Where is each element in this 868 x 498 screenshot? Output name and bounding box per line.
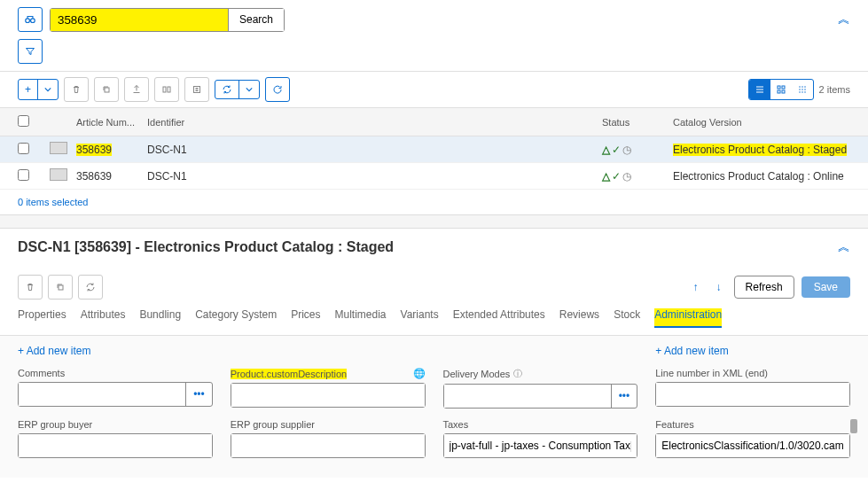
svg-point-16: [799, 91, 801, 93]
article-number: 358639: [76, 170, 147, 183]
delete-icon[interactable]: [64, 77, 89, 102]
status-clock-icon: ◷: [622, 170, 631, 183]
results-table: Article Num... Identifier Status Catalog…: [0, 108, 868, 190]
tab-properties[interactable]: Properties: [18, 308, 66, 328]
features-label: Features: [655, 419, 850, 430]
comments-label: Comments: [18, 368, 213, 378]
col-catalog-header: Catalog Version: [673, 117, 850, 128]
search-box: Search: [50, 8, 285, 32]
custom-desc-label: Product.customDescription: [231, 369, 347, 379]
refresh-button[interactable]: Refresh: [734, 276, 794, 299]
form-panel: + Add new item + Add new item Comments •…: [0, 336, 868, 478]
status-triangle-icon: △: [602, 144, 610, 156]
search-input[interactable]: [51, 9, 228, 31]
taxes-input[interactable]: [444, 434, 637, 457]
add-new-item-link[interactable]: + Add new item: [18, 345, 90, 357]
status-check-icon: ✓: [612, 170, 621, 183]
svg-rect-19: [59, 285, 63, 290]
export-icon[interactable]: [124, 77, 149, 102]
scrollbar-thumb[interactable]: [850, 419, 857, 433]
list-view-icon[interactable]: [749, 80, 770, 99]
row-checkbox[interactable]: [18, 169, 29, 181]
tab-variants[interactable]: Variants: [401, 308, 439, 328]
plus-icon[interactable]: +: [19, 80, 37, 99]
svg-point-0: [26, 19, 30, 23]
erp-supplier-label: ERP group supplier: [231, 419, 426, 430]
svg-point-12: [804, 86, 806, 88]
copy-icon[interactable]: [94, 77, 119, 102]
item-count-label: 2 items: [819, 84, 850, 95]
collapse-top-icon[interactable]: ︽: [838, 12, 850, 27]
row-checkbox[interactable]: [18, 143, 29, 154]
save-button[interactable]: Save: [802, 276, 850, 298]
svg-point-13: [799, 89, 801, 90]
add-new-item-link[interactable]: + Add new item: [655, 345, 728, 357]
tab-category-system[interactable]: Category System: [195, 308, 277, 328]
delivery-label: Delivery Modes: [443, 369, 511, 379]
down-arrow-icon[interactable]: ↓: [711, 277, 727, 297]
dots-icon[interactable]: •••: [185, 383, 212, 406]
tab-reviews[interactable]: Reviews: [559, 308, 599, 328]
col-identifier-header: Identifier: [147, 117, 602, 128]
sync-editor-icon[interactable]: [78, 275, 103, 300]
tab-attributes[interactable]: Attributes: [81, 308, 126, 328]
globe-icon[interactable]: 🌐: [413, 368, 426, 379]
svg-rect-4: [168, 87, 170, 92]
bulk-icon[interactable]: [184, 77, 209, 102]
svg-point-14: [802, 89, 803, 90]
copy-editor-icon[interactable]: [48, 275, 73, 300]
line-xml-input[interactable]: [656, 383, 849, 406]
compare-icon[interactable]: [154, 77, 179, 102]
table-toolbar: + 2 items: [0, 71, 868, 108]
tab-multimedia[interactable]: Multimedia: [335, 308, 387, 328]
comments-input[interactable]: [19, 383, 185, 406]
chevron-down-icon[interactable]: [37, 80, 58, 99]
svg-point-10: [799, 86, 801, 88]
add-split-button[interactable]: +: [18, 79, 59, 100]
delivery-input[interactable]: [444, 385, 611, 408]
tab-extended-attributes[interactable]: Extended Attributes: [453, 308, 545, 328]
erp-buyer-input[interactable]: [19, 434, 212, 457]
identifier-cell: DSC-N1: [147, 170, 602, 183]
features-input[interactable]: [656, 434, 849, 457]
help-icon[interactable]: ⓘ: [513, 368, 522, 380]
refresh-toolbar-icon[interactable]: [265, 77, 290, 102]
custom-desc-input[interactable]: [231, 384, 425, 407]
svg-point-18: [804, 91, 806, 93]
tab-administration[interactable]: Administration: [654, 308, 722, 328]
tile-view-icon[interactable]: [792, 80, 813, 99]
erp-supplier-input[interactable]: [231, 434, 425, 457]
sync-split-button[interactable]: [215, 80, 260, 99]
table-row[interactable]: 358639 DSC-N1 △✓◷ Electronics Product Ca…: [0, 163, 868, 190]
svg-rect-8: [778, 90, 780, 93]
catalog-cell: Electronics Product Catalog : Online: [673, 170, 850, 183]
dots-icon[interactable]: •••: [611, 385, 637, 408]
col-status-header: Status: [602, 117, 673, 128]
status-clock-icon: ◷: [622, 144, 631, 156]
up-arrow-icon[interactable]: ↑: [688, 277, 704, 297]
svg-point-11: [802, 86, 803, 88]
select-all-checkbox[interactable]: [18, 115, 29, 127]
line-xml-label: Line number in XML (end): [655, 368, 850, 378]
delete-icon[interactable]: [18, 275, 43, 300]
editor-tabs: Properties Attributes Bundling Category …: [0, 308, 868, 336]
search-button[interactable]: Search: [228, 9, 284, 31]
grid-view-icon[interactable]: [770, 80, 792, 99]
collapse-editor-icon[interactable]: ︽: [838, 239, 850, 255]
svg-rect-9: [782, 90, 785, 93]
binoculars-icon[interactable]: [18, 7, 43, 32]
svg-point-17: [802, 91, 803, 93]
svg-rect-6: [778, 86, 780, 89]
view-mode-toggle: [748, 79, 814, 100]
filter-icon[interactable]: [18, 39, 43, 64]
article-number: 358639: [76, 144, 112, 156]
table-row[interactable]: 358639 DSC-N1 △✓◷ Electronics Product Ca…: [0, 136, 868, 163]
tab-stock[interactable]: Stock: [614, 308, 640, 328]
chevron-down-icon[interactable]: [239, 81, 259, 98]
tab-bundling[interactable]: Bundling: [139, 308, 181, 328]
selection-count: 0 items selected: [0, 190, 868, 214]
status-check-icon: ✓: [612, 144, 621, 156]
svg-point-15: [804, 89, 806, 90]
sync-icon[interactable]: [215, 81, 239, 98]
tab-prices[interactable]: Prices: [291, 308, 320, 328]
